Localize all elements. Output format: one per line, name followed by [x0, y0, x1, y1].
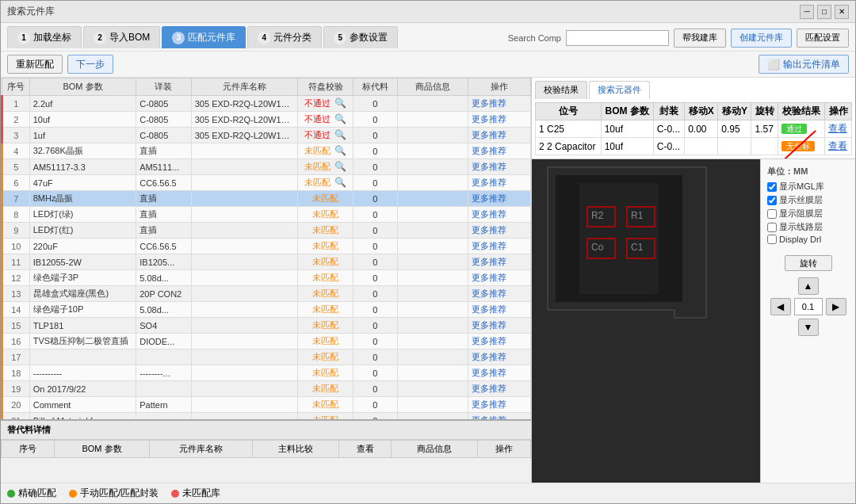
cell-op[interactable]: 更多推荐	[468, 239, 531, 254]
table-row[interactable]: 20 Comment Pattern 未匹配 0 更多推荐	[2, 397, 531, 413]
table-row[interactable]: 7 8MHz晶振 直插 未匹配 0 更多推荐	[2, 191, 531, 207]
checkbox-2[interactable]	[767, 209, 777, 219]
table-row[interactable]: 12 绿色端子3P 5.08d... 未匹配 0 更多推荐	[2, 270, 531, 286]
cell-op[interactable]: 更多推荐	[468, 302, 531, 318]
nav-down-button[interactable]: ▼	[798, 319, 819, 336]
table-row[interactable]: 10 220uF CC6.56.5 未匹配 0 更多推荐	[2, 239, 531, 254]
search-icon[interactable]: 🔍	[334, 145, 346, 156]
cell-num: 14	[2, 302, 30, 318]
cell-status: 未匹配	[298, 381, 353, 397]
cell-info	[397, 365, 468, 381]
cell-op[interactable]: 更多推荐	[468, 381, 531, 397]
re-match-button[interactable]: 重新匹配	[7, 55, 63, 74]
cell-op[interactable]: 更多推荐	[468, 128, 531, 143]
cell-status: 未匹配	[298, 286, 353, 302]
export-button[interactable]: ⬜ 输出元件清单	[759, 55, 849, 74]
cell-bom: 绿色端子10P	[29, 302, 136, 318]
create-lib-button[interactable]: 创建元件库	[731, 29, 792, 48]
legend-dot-green	[7, 490, 15, 498]
table-row[interactable]: 2 10uf C-0805 305 EXD-R2Q-L20W12T7- 不通过 …	[2, 112, 531, 128]
cell-bom: 8MHz晶振	[29, 191, 136, 207]
search-icon[interactable]: 🔍	[334, 129, 346, 140]
step-5[interactable]: 5 参数设置	[323, 26, 398, 48]
maximize-button[interactable]: □	[817, 5, 831, 19]
cell-name: 305 EXD-R2Q-L20W12T7-	[191, 128, 298, 143]
cell-detail: --------...	[136, 365, 191, 381]
cell-op[interactable]: 更多推荐	[468, 175, 531, 191]
nav-value-input[interactable]	[794, 298, 823, 315]
rotate-button[interactable]: 旋转	[785, 255, 832, 271]
step-3[interactable]: 3 匹配元件库	[162, 26, 246, 48]
table-row[interactable]: 11 IB12055-2W IB1205... 未匹配 0 更多推荐	[2, 254, 531, 270]
table-row[interactable]: 14 绿色端子10P 5.08d... 未匹配 0 更多推荐	[2, 302, 531, 318]
cell-op[interactable]: 更多推荐	[468, 334, 531, 349]
tab-verify-result[interactable]: 校验结果	[535, 81, 587, 99]
table-row[interactable]: 9 LED灯(红) 直插 未匹配 0 更多推荐	[2, 223, 531, 239]
cell-op[interactable]: 更多推荐	[468, 191, 531, 207]
table-row[interactable]: 19 On 2017/9/22 未匹配 0 更多推荐	[2, 381, 531, 397]
cell-op[interactable]: 更多推荐	[468, 143, 531, 159]
table-row[interactable]: 4 32.768K晶振 直插 未匹配 🔍 0 更多推荐	[2, 143, 531, 159]
minimize-button[interactable]: ─	[800, 5, 814, 19]
checkbox-4[interactable]	[767, 235, 777, 244]
cell-op[interactable]: 更多推荐	[468, 207, 531, 223]
checkbox-label-0: 显示MGL库	[779, 181, 824, 193]
search-icon[interactable]: 🔍	[334, 113, 346, 124]
search-icon[interactable]: 🔍	[334, 97, 346, 109]
search-input[interactable]	[566, 30, 669, 46]
table-row[interactable]: 3 1uf C-0805 305 EXD-R2Q-L20W12T7- 不通过 🔍…	[2, 128, 531, 143]
cell-num: 8	[2, 207, 30, 223]
table-row[interactable]: 5 AM51117-3.3 AM5111... 未匹配 🔍 0 更多推荐	[2, 159, 531, 175]
table-row[interactable]: 1 2.2uf C-0805 305 EXD-R2Q-L20W12T7- 不通过…	[2, 96, 531, 112]
nav-up-button[interactable]: ▲	[798, 277, 819, 295]
cell-op[interactable]: 更多推荐	[468, 286, 531, 302]
nav-right-button[interactable]: ▶	[826, 298, 846, 315]
cell-op[interactable]: 更多推荐	[468, 349, 531, 365]
cell-name	[191, 270, 298, 286]
search-icon[interactable]: 🔍	[334, 161, 346, 172]
result-op[interactable]: 查看	[825, 138, 852, 155]
match-settings-button[interactable]: 匹配设置	[797, 29, 849, 48]
cell-op[interactable]: 更多推荐	[468, 159, 531, 175]
table-row[interactable]: 8 LED灯(绿) 直插 未匹配 0 更多推荐	[2, 207, 531, 223]
checkbox-3[interactable]	[767, 223, 777, 232]
cell-bom: ----------	[29, 365, 136, 381]
cell-op[interactable]: 更多推荐	[468, 254, 531, 270]
step-4[interactable]: 4 元件分类	[247, 26, 322, 48]
cell-name	[191, 223, 298, 239]
cell-op[interactable]: 更多推荐	[468, 318, 531, 334]
cell-op[interactable]: 更多推荐	[468, 223, 531, 239]
cell-op[interactable]: 更多推荐	[468, 365, 531, 381]
tab-search-component[interactable]: 搜索元器件	[589, 81, 650, 99]
cell-op[interactable]: 更多推荐	[468, 270, 531, 286]
table-row[interactable]: 15 TLP181 SO4 未匹配 0 更多推荐	[2, 318, 531, 334]
result-op[interactable]: 查看	[825, 120, 852, 138]
step-2[interactable]: 2 导入BOM	[83, 26, 160, 48]
table-row[interactable]: 16 TVS稳压抑制二极管直插 DIODE... 未匹配 0 更多推荐	[2, 334, 531, 349]
cell-detail: IB1205...	[136, 254, 191, 270]
nav-left-button[interactable]: ◀	[770, 298, 791, 315]
cell-bom: 32.768K晶振	[29, 143, 136, 159]
search-icon[interactable]: 🔍	[334, 177, 346, 188]
table-row[interactable]: 18 ---------- --------... 未匹配 0 更多推荐	[2, 365, 531, 381]
table-row[interactable]: 6 47uF CC6.56.5 未匹配 🔍 0 更多推荐	[2, 175, 531, 191]
cell-op[interactable]: 更多推荐	[468, 397, 531, 413]
cell-op[interactable]: 更多推荐	[468, 112, 531, 128]
cell-info	[397, 175, 468, 191]
help-build-button[interactable]: 帮我建库	[674, 29, 726, 48]
cell-op[interactable]: 更多推荐	[468, 96, 531, 112]
close-button[interactable]: ✕	[835, 5, 849, 19]
checkbox-1[interactable]	[767, 196, 777, 205]
table-row[interactable]: 21 Bill of Material for 未匹配 0 更多推荐	[2, 413, 531, 420]
cell-status: 未匹配	[298, 270, 353, 286]
legend-manual: 手动匹配/匹配封装	[69, 487, 159, 500]
next-button[interactable]: 下一步	[67, 55, 113, 74]
step-1[interactable]: 1 加载坐标	[7, 26, 82, 48]
checkbox-0[interactable]	[767, 182, 777, 192]
replace-table: 序号 BOM 参数 元件库名称 主料比较 查看 商品信息 操作	[1, 440, 531, 458]
table-row[interactable]: 13 昆雄盒式端座(黑色) 20P CON2 未匹配 0 更多推荐	[2, 286, 531, 302]
table-row[interactable]: 17 未匹配 0 更多推荐	[2, 349, 531, 365]
result-status: 通过	[778, 120, 825, 138]
cell-bom: AM51117-3.3	[29, 159, 136, 175]
cell-op[interactable]: 更多推荐	[468, 413, 531, 420]
